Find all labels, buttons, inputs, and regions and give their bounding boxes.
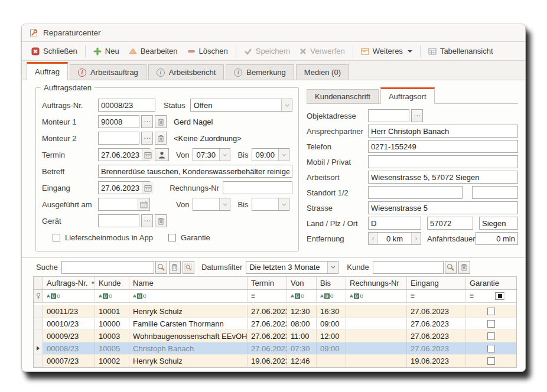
termin-bis-select[interactable]: 09:00 bbox=[252, 148, 289, 161]
table-row[interactable]: 00010/23 10000 Familie Carsten Thormann … bbox=[34, 318, 516, 330]
new-button[interactable]: Neu bbox=[89, 44, 124, 58]
land-field[interactable] bbox=[368, 217, 421, 230]
objektadresse-field[interactable] bbox=[368, 109, 409, 122]
clear-search-button[interactable] bbox=[169, 261, 181, 274]
column-header-von[interactable]: Von bbox=[287, 277, 317, 289]
edit-button[interactable]: Bearbeiten bbox=[124, 44, 183, 58]
monteur2-field[interactable] bbox=[98, 132, 139, 145]
column-header-name[interactable]: Name bbox=[129, 277, 248, 289]
group-title: Auftragsdaten bbox=[41, 83, 95, 92]
column-header-eingang[interactable]: Eingang bbox=[407, 277, 466, 289]
close-button[interactable]: Schließen bbox=[27, 44, 82, 58]
cell-auftrags-nr: 00008/23 bbox=[43, 342, 95, 354]
column-header-termin[interactable]: Termin bbox=[248, 277, 287, 289]
datumsfilter-select[interactable]: Die letzten 3 Monate bbox=[246, 261, 338, 274]
monteur1-clear-button[interactable] bbox=[155, 115, 167, 128]
filter-name[interactable]: ABC bbox=[129, 290, 248, 302]
garantie-checkbox[interactable] bbox=[487, 308, 495, 315]
calendar-icon[interactable] bbox=[138, 198, 149, 210]
kunde-search-button[interactable] bbox=[445, 261, 457, 274]
plz-field[interactable] bbox=[427, 217, 473, 230]
table-row[interactable]: 00007/23 10002 Henryk Schulz 19.06.2023 … bbox=[34, 355, 516, 367]
filter-eingang[interactable]: = bbox=[407, 290, 466, 302]
filter-bis[interactable]: ABC bbox=[317, 290, 346, 302]
monteur1-lookup-button[interactable]: ⋯ bbox=[141, 115, 153, 128]
filter-von[interactable]: ABC bbox=[287, 290, 317, 302]
geraet-clear-button[interactable] bbox=[155, 214, 167, 227]
kunde-search-input[interactable] bbox=[373, 261, 444, 274]
garantie-checkbox[interactable] bbox=[168, 234, 176, 241]
anfahrtsdauer-field[interactable] bbox=[476, 232, 518, 245]
form-icon bbox=[361, 48, 369, 55]
tab-auftrag[interactable]: Auftrag bbox=[27, 62, 68, 80]
objektadresse-lookup-button[interactable]: ⋯ bbox=[411, 109, 423, 122]
telefon-field[interactable] bbox=[368, 140, 518, 153]
filter-garantie[interactable]: = bbox=[466, 290, 516, 302]
search-options-button[interactable] bbox=[183, 261, 194, 274]
standort1-field[interactable] bbox=[368, 186, 463, 199]
kunde-clear-button[interactable] bbox=[458, 261, 470, 274]
filter-termin[interactable]: = bbox=[248, 290, 287, 302]
termin-von-select[interactable]: 07:30 bbox=[193, 148, 230, 161]
calendar-icon[interactable] bbox=[142, 149, 154, 161]
status-select[interactable]: Offen bbox=[190, 99, 292, 112]
save-button[interactable]: Speichern bbox=[239, 44, 295, 58]
tab-arbeitsbericht[interactable]: i Arbeitsbericht bbox=[148, 64, 224, 80]
tab-bemerkung[interactable]: i Bemerkung bbox=[226, 64, 294, 80]
tab-medien[interactable]: Medien (0) bbox=[296, 64, 349, 80]
geraet-field[interactable] bbox=[98, 214, 139, 227]
table-row[interactable]: 00009/23 10003 Wohnbaugenossenschaft EEv… bbox=[34, 330, 516, 342]
monteur1-field[interactable] bbox=[98, 115, 139, 128]
discard-button[interactable]: Verwerfen bbox=[295, 44, 350, 58]
delete-button[interactable]: Löschen bbox=[183, 44, 233, 58]
garantie-checkbox[interactable] bbox=[487, 332, 495, 340]
filter-auftrags-nr[interactable]: ABC bbox=[43, 290, 95, 302]
arbeitsort-field[interactable] bbox=[368, 171, 518, 184]
search-input[interactable] bbox=[61, 261, 154, 274]
ausgefuehrt-date-field[interactable] bbox=[98, 198, 150, 211]
more-button[interactable]: Weiteres bbox=[356, 44, 417, 58]
rechnungs-nr-field[interactable] bbox=[223, 181, 292, 194]
monteur2-lookup-button[interactable]: ⋯ bbox=[141, 132, 153, 145]
standort2-field[interactable] bbox=[472, 186, 518, 199]
betreff-field[interactable] bbox=[98, 165, 292, 178]
eingang-date-field[interactable]: 27.06.2023 bbox=[98, 181, 150, 194]
tab-kundenanschrift[interactable]: Kundenanschrift bbox=[307, 89, 379, 104]
ort-field[interactable] bbox=[479, 217, 518, 230]
auftrags-nr-field[interactable] bbox=[98, 99, 155, 112]
lieferschein-checkbox[interactable] bbox=[53, 234, 60, 241]
filter-rechnungs-nr[interactable]: ABC bbox=[346, 290, 407, 302]
search-button[interactable] bbox=[155, 261, 167, 274]
table-row[interactable]: 00011/23 10001 Henryk Schulz 27.06.2023 … bbox=[34, 305, 516, 318]
termin-date-field[interactable]: 27.06.2023 bbox=[98, 148, 150, 161]
column-header-kunde[interactable]: Kunde bbox=[95, 277, 129, 289]
mobil-field[interactable] bbox=[368, 155, 518, 168]
spin-right-icon[interactable]: › bbox=[411, 233, 421, 244]
calendar-icon[interactable] bbox=[142, 182, 154, 194]
geraet-lookup-button[interactable]: ⋯ bbox=[141, 214, 153, 227]
search-icon bbox=[447, 263, 454, 271]
monteur2-clear-button[interactable] bbox=[155, 132, 167, 145]
ausgefuehrt-von-select[interactable] bbox=[193, 198, 230, 211]
assign-person-button[interactable] bbox=[155, 148, 169, 161]
table-row-selected[interactable]: 00008/23 10005 Christoph Banach 27.06.20… bbox=[34, 342, 516, 355]
spin-left-icon[interactable]: ‹ bbox=[369, 233, 378, 244]
table-view-button[interactable]: Tabellenansicht bbox=[424, 44, 498, 58]
garantie-checkbox[interactable] bbox=[487, 320, 495, 328]
garantie-filter-checkbox[interactable] bbox=[495, 292, 504, 300]
garantie-checkbox[interactable] bbox=[487, 357, 495, 365]
tab-arbeitsauftrag[interactable]: i Arbeitsauftrag bbox=[70, 64, 146, 80]
ausgefuehrt-bis-select[interactable] bbox=[252, 198, 289, 211]
cell-rechnungs-nr bbox=[346, 342, 407, 354]
column-header-auftrags-nr[interactable]: Auftrags-Nr. ▼ bbox=[43, 277, 95, 289]
entfernung-spinner[interactable]: ‹ 0 km › bbox=[368, 232, 421, 245]
filter-kunde[interactable]: ABC bbox=[95, 290, 129, 302]
column-header-garantie[interactable]: Garantie bbox=[466, 277, 516, 289]
cell-bis bbox=[317, 355, 346, 367]
garantie-checkbox[interactable] bbox=[487, 345, 495, 352]
tab-auftragsort[interactable]: Auftragsort bbox=[380, 87, 435, 104]
column-header-rechnungs-nr[interactable]: Rechnungs-Nr bbox=[346, 277, 407, 289]
ansprechpartner-field[interactable] bbox=[368, 125, 518, 138]
column-header-bis[interactable]: Bis bbox=[317, 277, 346, 289]
strasse-field[interactable] bbox=[368, 201, 518, 214]
